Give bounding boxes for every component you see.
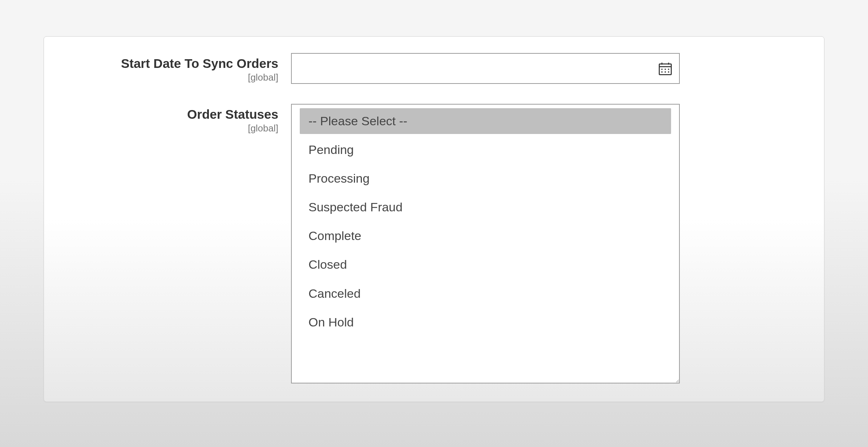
start-date-label: Start Date To Sync Orders — [66, 56, 278, 71]
status-option[interactable]: Processing — [300, 166, 671, 191]
svg-point-7 — [661, 71, 663, 73]
start-date-label-col: Start Date To Sync Orders [global] — [66, 53, 291, 83]
status-option[interactable]: Pending — [300, 137, 671, 163]
order-statuses-label-col: Order Statuses [global] — [66, 104, 291, 134]
start-date-input-wrapper — [291, 53, 680, 84]
status-option[interactable]: On Hold — [300, 309, 671, 335]
order-statuses-scope: [global] — [66, 123, 278, 134]
svg-point-6 — [668, 69, 669, 70]
order-statuses-field-row: Order Statuses [global] -- Please Select… — [66, 104, 802, 383]
start-date-input[interactable] — [291, 53, 680, 84]
start-date-field-row: Start Date To Sync Orders [global] — [66, 53, 802, 84]
svg-point-5 — [665, 69, 666, 70]
order-statuses-multiselect[interactable]: -- Please Select --PendingProcessingSusp… — [291, 104, 680, 383]
calendar-icon[interactable] — [657, 61, 673, 77]
start-date-scope: [global] — [66, 72, 278, 83]
status-option[interactable]: Complete — [300, 223, 671, 249]
status-option[interactable]: -- Please Select -- — [300, 108, 671, 134]
svg-point-4 — [661, 69, 663, 70]
start-date-input-col — [291, 53, 680, 84]
status-option[interactable]: Closed — [300, 252, 671, 277]
status-option[interactable]: Canceled — [300, 281, 671, 306]
svg-point-9 — [668, 71, 669, 73]
svg-point-8 — [665, 71, 666, 73]
order-statuses-input-col: -- Please Select --PendingProcessingSusp… — [291, 104, 680, 383]
config-panel: Start Date To Sync Orders [global] — [44, 36, 824, 402]
order-statuses-label: Order Statuses — [66, 107, 278, 122]
status-option[interactable]: Suspected Fraud — [300, 194, 671, 220]
